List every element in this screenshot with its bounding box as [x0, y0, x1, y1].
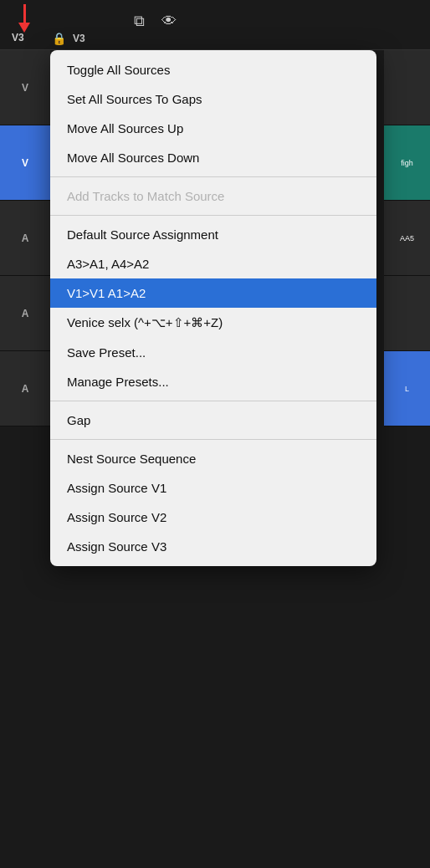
menu-item-nest-source[interactable]: Nest Source Sequence [50, 444, 376, 473]
track-clip-5: L [384, 351, 430, 426]
eye-icon[interactable]: 👁 [161, 13, 177, 30]
header-track-info: 🔒 V3 [52, 32, 85, 45]
track-label-v1: V [0, 50, 50, 125]
menu-item-save-preset[interactable]: Save Preset... [50, 338, 376, 367]
lock-icon: 🔒 [52, 32, 66, 45]
menu-item-add-tracks: Add Tracks to Match Source [50, 181, 376, 211]
menu-item-toggle-all-sources[interactable]: Toggle All Sources [50, 55, 376, 84]
track-clip-2: figh [384, 125, 430, 201]
clip-label-fight: figh [401, 159, 413, 167]
menu-item-move-all-sources-up[interactable]: Move All Sources Up [50, 114, 376, 143]
menu-item-v1v1-a1a2[interactable]: V1>V1 A1>A2 [50, 278, 376, 308]
arrow-shaft [23, 4, 26, 23]
track-clip-4 [384, 276, 430, 351]
copy-icon[interactable]: ⧉ [134, 13, 145, 30]
menu-item-a3a1-a4a2[interactable]: A3>A1, A4>A2 [50, 249, 376, 278]
track-label-v2: V [0, 125, 50, 201]
track-clip-1 [384, 50, 430, 125]
track-content-panel: figh AA5 L [384, 50, 430, 426]
menu-item-assign-source-v3[interactable]: Assign Source V3 [50, 532, 376, 561]
down-arrow-indicator [18, 4, 30, 33]
menu-item-default-source[interactable]: Default Source Assignment [50, 220, 376, 249]
clip-label-l: L [405, 385, 409, 393]
menu-separator-2 [50, 215, 376, 216]
menu-item-gap[interactable]: Gap [50, 406, 376, 435]
track-labels-panel: V V A A A [0, 50, 50, 426]
track-label-a2: A [0, 276, 50, 351]
track-label-a3: A [0, 351, 50, 426]
menu-item-move-all-sources-down[interactable]: Move All Sources Down [50, 143, 376, 172]
header-toolbar-icons: ⧉ 👁 [134, 13, 177, 30]
context-menu: Toggle All Sources Set All Sources To Ga… [50, 50, 376, 566]
track-clip-3: AA5 [384, 201, 430, 276]
clip-label-aa5: AA5 [400, 234, 414, 243]
v3-track-label: V3 [73, 33, 85, 44]
menu-item-manage-presets[interactable]: Manage Presets... [50, 367, 376, 396]
menu-item-set-all-sources-to-gaps[interactable]: Set All Sources To Gaps [50, 84, 376, 114]
track-label-a1: A [0, 201, 50, 276]
menu-separator-1 [50, 176, 376, 177]
header-bar: V3 🔒 V3 ⧉ 👁 [0, 0, 430, 50]
menu-separator-3 [50, 401, 376, 401]
menu-separator-4 [50, 439, 376, 440]
header-v3-label: V3 [12, 32, 24, 43]
menu-item-venice-selx[interactable]: Venice selx (^+⌥+⇧+⌘+Z) [50, 308, 376, 338]
menu-item-assign-source-v1[interactable]: Assign Source V1 [50, 473, 376, 503]
menu-item-assign-source-v2[interactable]: Assign Source V2 [50, 503, 376, 532]
